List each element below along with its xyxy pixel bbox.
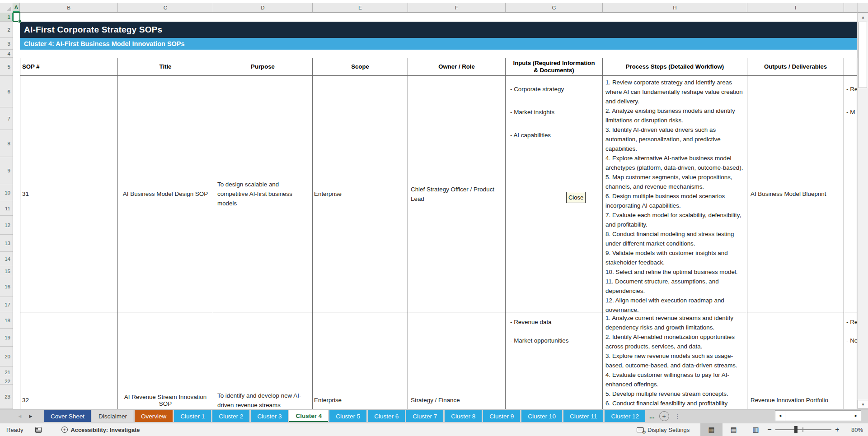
scroll-up-icon[interactable]: ▲ [858,13,868,22]
zoom-percent[interactable]: 80% [847,427,863,433]
cell-purpose[interactable]: To identify and develop new AI-driven re… [213,312,313,409]
row-header-4[interactable]: 4 [0,50,13,58]
cell-scope[interactable]: Enterprise [313,76,408,312]
cell-output[interactable]: AI Business Model Blueprint [747,76,844,312]
cell-inputs[interactable]: - Corporate strategy- Market insights- A… [506,76,603,312]
column-header-E[interactable]: E [313,3,408,12]
row-header-19[interactable]: 19 [0,329,13,347]
cell-title[interactable]: AI Revenue Stream Innovation SOP [118,312,213,409]
sheet-tab-cluster-3[interactable]: Cluster 3 [251,410,288,422]
row-header-15[interactable]: 15 [0,266,13,276]
tab-scroll-left-icon[interactable]: ◄ [14,410,25,422]
zoom-out-icon[interactable]: − [765,426,774,434]
column-header-H[interactable]: H [603,3,747,12]
sheet-tab-cluster-10[interactable]: Cluster 10 [521,410,562,422]
row-header-20[interactable]: 20 [0,347,13,366]
cell-clipped-next-column[interactable]: - Re- M [844,76,857,312]
normal-view-icon[interactable]: ▦ [700,423,723,436]
row-header-3[interactable]: 3 [0,38,13,50]
cell-owner[interactable]: Strategy / Finance [408,312,506,409]
new-sheet-button[interactable]: + [659,411,669,421]
scroll-down-icon[interactable]: ▼ [858,400,868,409]
cell-owner[interactable]: Chief Strategy Officer / Product Lead [408,76,506,312]
row-header-9[interactable]: 9 [0,157,13,184]
zoom-in-icon[interactable]: + [833,426,841,434]
close-button[interactable]: Close [566,192,586,203]
cluster-subtitle-banner[interactable]: Cluster 4: AI-First Business Model Innov… [20,38,857,50]
row-header-10[interactable]: 10 [0,184,13,201]
row-header-21[interactable]: 21 [0,366,13,378]
header-cell[interactable]: Process Steps (Detailed Workflow) [603,58,747,76]
cell-sop[interactable]: 31 [20,76,118,312]
cell-purpose[interactable]: To design scalable and competitive AI-fi… [213,76,313,312]
sheet-title-banner[interactable]: AI-First Corporate Strategy SOPs [20,22,857,38]
cell-process-steps[interactable]: 1. Review corporate strategy and identif… [603,76,747,312]
column-header-D[interactable]: D [213,3,313,12]
row-header-8[interactable]: 8 [0,130,13,157]
horizontal-scrollbar[interactable]: ◄ ► [775,410,861,421]
row-header-14[interactable]: 14 [0,252,13,266]
cell-inputs[interactable]: - Revenue data- Market opportunities [506,312,603,409]
active-cell-selection[interactable] [13,12,20,22]
tab-options-kebab-icon[interactable]: ⋮ [675,413,680,420]
header-cell[interactable]: Outputs / Deliverables [747,58,844,76]
zoom-slider-thumb[interactable] [794,426,798,433]
row-header-7[interactable]: 7 [0,107,13,130]
row-header-17[interactable]: 17 [0,297,13,312]
header-cell[interactable]: Inputs (Required Information & Documents… [506,58,603,76]
sheet-tab-cluster-2[interactable]: Cluster 2 [212,410,249,422]
vertical-scroll-thumb[interactable] [859,22,867,88]
column-header-I[interactable]: I [747,3,844,12]
row-header-12[interactable]: 12 [0,216,13,235]
header-cell[interactable]: Title [118,58,213,76]
cell-scope[interactable]: Enterprise [313,312,408,409]
row-header-6[interactable]: 6 [0,76,13,107]
horizontal-scroll-thumb[interactable] [785,411,851,421]
column-header-B[interactable]: B [20,3,118,12]
macro-record-icon[interactable] [35,427,42,433]
cell-sop[interactable]: 32 [20,312,118,409]
row-header-11[interactable]: 11 [0,201,13,216]
page-layout-view-icon[interactable]: ▤ [723,423,745,436]
row-header-13[interactable]: 13 [0,235,13,252]
display-settings-button[interactable]: Display Settings [637,423,690,436]
row-header-18[interactable]: 18 [0,312,13,329]
cell-process-steps[interactable]: 1. Analyze current revenue streams and i… [603,312,747,409]
header-cell[interactable]: SOP # [20,58,118,76]
tab-overflow-ellipsis[interactable]: ... [649,413,655,420]
row-header-23[interactable]: 23 [0,385,13,409]
sheet-tab-cluster-5[interactable]: Cluster 5 [329,410,366,422]
row-header-5[interactable]: 5 [0,58,13,76]
cell-title[interactable]: AI Business Model Design SOP [118,76,213,312]
hscroll-right-icon[interactable]: ► [851,411,861,421]
row-header-1[interactable]: 1 [0,13,13,22]
column-header-F[interactable]: F [408,3,506,12]
sheet-tab-cluster-7[interactable]: Cluster 7 [406,410,443,422]
column-header-A[interactable]: A [13,3,20,12]
header-cell[interactable]: Owner / Role [408,58,506,76]
sheet-tab-cluster-8[interactable]: Cluster 8 [445,410,482,422]
sheet-tab-cluster-4[interactable]: Cluster 4 [289,410,328,422]
page-break-view-icon[interactable]: ▥ [745,423,767,436]
row-header-22[interactable]: 22 [0,378,13,385]
hscroll-left-icon[interactable]: ◄ [775,411,785,421]
row-header-2[interactable]: 2 [0,22,13,38]
sheet-tab-overview[interactable]: Overview [135,410,173,422]
select-all-corner[interactable] [0,3,13,13]
sheet-tab-cluster-6[interactable]: Cluster 6 [368,410,405,422]
row-header-16[interactable]: 16 [0,276,13,297]
column-header-G[interactable]: G [506,3,603,12]
header-cell[interactable]: Purpose [213,58,313,76]
cell-output[interactable]: Revenue Innovation Portfolio [747,312,844,409]
sheet-tab-disclaimer[interactable]: Disclaimer [92,410,133,422]
sheet-tab-cluster-1[interactable]: Cluster 1 [174,410,211,422]
sheet-tab-cluster-11[interactable]: Cluster 11 [563,410,604,422]
zoom-slider[interactable] [775,429,831,430]
vertical-scrollbar[interactable]: ▲ ▼ [857,13,868,409]
accessibility-status[interactable]: + Accessibility: Investigate [61,427,140,433]
tab-scroll-right-icon[interactable]: ► [25,410,36,422]
header-cell[interactable]: Scope [313,58,408,76]
sheet-tab-cover-sheet[interactable]: Cover Sheet [44,410,91,422]
cell-clipped-next-column[interactable]: - Re- Ne [844,312,857,409]
sheet-tab-cluster-12[interactable]: Cluster 12 [605,410,645,422]
